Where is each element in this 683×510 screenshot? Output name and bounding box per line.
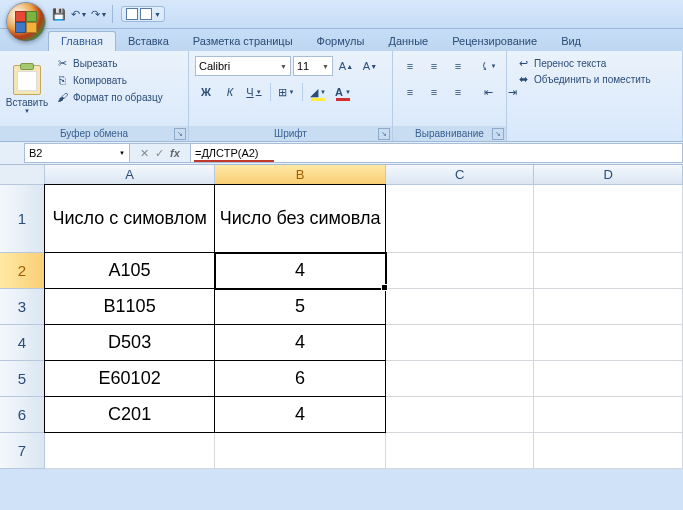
office-button[interactable] [6, 2, 46, 42]
cell-c5[interactable] [386, 361, 535, 397]
worksheet-grid[interactable]: A B C D 1 Число с симовлом Число без сим… [0, 165, 683, 469]
fx-icon[interactable]: fx [168, 147, 182, 159]
wrap-text-button[interactable]: ↩Перенос текста [513, 55, 676, 71]
cell-c2[interactable] [386, 253, 535, 289]
cell-b2[interactable]: 4 [215, 253, 386, 289]
cell-d4[interactable] [534, 325, 683, 361]
align-left-button[interactable]: ≡ [399, 81, 421, 103]
indent-decrease-button[interactable]: ⇤ [477, 81, 499, 103]
scissors-icon: ✂ [55, 56, 69, 70]
italic-button[interactable]: К [219, 81, 241, 103]
rotate-icon: ⤹ [480, 60, 489, 73]
cell-b7[interactable] [215, 433, 386, 469]
quick-access-toolbar: 💾 ↶▼ ↷▼ ▼ [50, 5, 165, 23]
font-color-button[interactable]: A▼ [332, 81, 355, 103]
cell-d1[interactable] [534, 185, 683, 253]
row-header-4[interactable]: 4 [0, 325, 45, 361]
cell-d3[interactable] [534, 289, 683, 325]
tab-insert[interactable]: Вставка [116, 32, 181, 51]
col-header-b[interactable]: B [215, 165, 386, 185]
bold-button[interactable]: Ж [195, 81, 217, 103]
cell-a1[interactable]: Число с симовлом [44, 184, 216, 253]
tab-formulas[interactable]: Формулы [305, 32, 377, 51]
formula-input[interactable]: =ДЛСТР(A2) [191, 143, 683, 163]
qat-customize[interactable]: ▼ [121, 6, 165, 22]
brush-icon: 🖌 [55, 90, 69, 104]
cell-a3[interactable]: В1105 [44, 289, 216, 325]
cell-d6[interactable] [534, 397, 683, 433]
row-header-1[interactable]: 1 [0, 185, 45, 253]
font-name-combo[interactable]: Calibri▼ [195, 56, 291, 76]
group-label-font: Шрифт↘ [189, 126, 392, 141]
paste-button[interactable]: Вставить ▼ [4, 53, 50, 126]
borders-button[interactable]: ⊞▼ [275, 81, 298, 103]
paste-label: Вставить [6, 97, 48, 108]
cell-a5[interactable]: Е60102 [44, 361, 216, 397]
cell-d2[interactable] [534, 253, 683, 289]
cell-c1[interactable] [386, 185, 535, 253]
orientation-button[interactable]: ⤹▼ [477, 55, 500, 77]
cut-button[interactable]: ✂Вырезать [52, 55, 166, 71]
fill-color-button[interactable]: ◢▼ [307, 81, 330, 103]
cell-a6[interactable]: С201 [44, 397, 216, 433]
row-header-2[interactable]: 2 [0, 253, 45, 289]
align-center-button[interactable]: ≡ [423, 81, 445, 103]
col-header-a[interactable]: A [45, 165, 216, 185]
align-middle-button[interactable]: ≡ [423, 55, 445, 77]
shrink-font-button[interactable]: A▼ [359, 55, 381, 77]
group-alignment-buttons: ≡ ≡ ≡ ⤹▼ ≡ ≡ ≡ ⇤ ⇥ Выравнивание↘ [393, 51, 507, 141]
cell-b6[interactable]: 4 [215, 397, 386, 433]
col-header-c[interactable]: C [386, 165, 535, 185]
cell-a7[interactable] [45, 433, 216, 469]
tab-home[interactable]: Главная [48, 31, 116, 51]
copy-button[interactable]: ⎘Копировать [52, 72, 166, 88]
cell-c3[interactable] [386, 289, 535, 325]
tab-page-layout[interactable]: Разметка страницы [181, 32, 305, 51]
grow-font-button[interactable]: A▲ [335, 55, 357, 77]
merge-icon: ⬌ [516, 72, 530, 86]
cell-a2[interactable]: А105 [44, 253, 216, 289]
redo-icon[interactable]: ↷▼ [90, 5, 108, 23]
cell-b5[interactable]: 6 [215, 361, 386, 397]
format-painter-button[interactable]: 🖌Формат по образцу [52, 89, 166, 105]
cell-c4[interactable] [386, 325, 535, 361]
save-icon[interactable]: 💾 [50, 5, 68, 23]
wrap-icon: ↩ [516, 56, 530, 70]
cell-b4[interactable]: 4 [215, 325, 386, 361]
align-top-button[interactable]: ≡ [399, 55, 421, 77]
cell-b3[interactable]: 5 [215, 289, 386, 325]
underline-button[interactable]: Ч▼ [243, 81, 266, 103]
font-size-combo[interactable]: 11▼ [293, 56, 333, 76]
row-header-6[interactable]: 6 [0, 397, 45, 433]
cell-d5[interactable] [534, 361, 683, 397]
launcher-icon[interactable]: ↘ [492, 128, 504, 140]
align-bottom-button[interactable]: ≡ [447, 55, 469, 77]
group-alignment-merge: ↩Перенос текста ⬌Объединить и поместить … [507, 51, 683, 141]
cell-c6[interactable] [386, 397, 535, 433]
launcher-icon[interactable]: ↘ [378, 128, 390, 140]
group-label-clipboard: Буфер обмена↘ [0, 126, 188, 141]
name-box[interactable]: B2▼ [24, 143, 130, 163]
cell-d7[interactable] [534, 433, 683, 469]
tab-review[interactable]: Рецензирование [440, 32, 549, 51]
row-header-5[interactable]: 5 [0, 361, 45, 397]
enter-icon[interactable]: ✓ [153, 147, 166, 160]
copy-icon: ⎘ [55, 73, 69, 87]
undo-icon[interactable]: ↶▼ [70, 5, 88, 23]
cell-b1[interactable]: Число без симовла [215, 184, 386, 253]
tab-view[interactable]: Вид [549, 32, 593, 51]
select-all-corner[interactable] [0, 165, 45, 185]
align-right-button[interactable]: ≡ [447, 81, 469, 103]
merge-center-button[interactable]: ⬌Объединить и поместить [513, 71, 676, 87]
tab-data[interactable]: Данные [376, 32, 440, 51]
formula-bar: B2▼ ✕✓fx =ДЛСТР(A2) [0, 142, 683, 165]
row-header-3[interactable]: 3 [0, 289, 45, 325]
col-header-d[interactable]: D [534, 165, 683, 185]
cell-c7[interactable] [386, 433, 535, 469]
cell-a4[interactable]: D503 [44, 325, 216, 361]
row-header-7[interactable]: 7 [0, 433, 45, 469]
cancel-icon[interactable]: ✕ [138, 147, 151, 160]
launcher-icon[interactable]: ↘ [174, 128, 186, 140]
group-font: Calibri▼ 11▼ A▲ A▼ Ж К Ч▼ ⊞▼ ◢▼ A▼ Шрифт… [189, 51, 393, 141]
group-label-align: Выравнивание↘ [393, 126, 506, 141]
